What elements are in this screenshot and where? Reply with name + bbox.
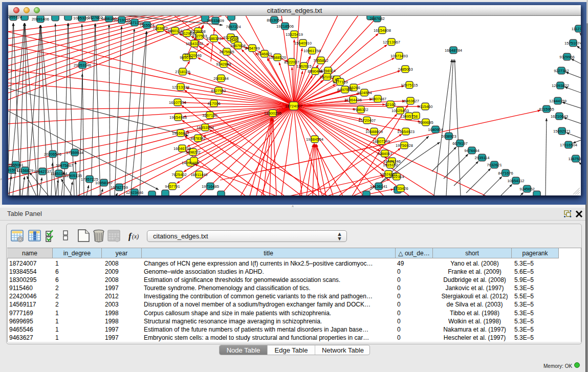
svg-text:19463627: 19463627 [402,99,419,103]
svg-text:6679197: 6679197 [452,141,468,146]
svg-text:(x): (x) [132,233,139,240]
svg-text:15640910: 15640910 [294,41,312,46]
svg-text:13495758: 13495758 [400,114,418,119]
svg-text:10958107: 10958107 [95,181,113,185]
svg-text:16911449: 16911449 [190,172,207,177]
svg-text:8226058: 8226058 [190,29,206,34]
svg-text:9474444: 9474444 [464,148,480,153]
svg-text:2603144: 2603144 [213,76,229,81]
svg-text:10973493: 10973493 [390,54,408,58]
svg-text:15692971: 15692971 [553,129,571,134]
svg-text:7663822: 7663822 [153,26,168,31]
svg-text:14099489: 14099489 [182,161,199,165]
svg-text:17016504: 17016504 [560,143,577,147]
svg-text:20691406: 20691406 [32,17,49,21]
svg-text:9699695: 9699695 [418,120,433,125]
svg-text:9115460: 9115460 [418,104,433,109]
svg-text:14055724: 14055724 [8,16,22,19]
svg-text:19218506: 19218506 [276,24,294,29]
svg-text:9777169: 9777169 [333,80,348,84]
svg-text:16107554: 16107554 [169,100,186,105]
svg-text:3875685: 3875685 [219,50,234,54]
svg-text:12942737: 12942737 [34,169,51,174]
svg-text:9457791: 9457791 [165,184,180,189]
svg-text:16033809: 16033809 [207,18,224,23]
svg-text:10654112: 10654112 [507,179,524,183]
svg-text:3624554: 3624554 [357,91,372,95]
svg-text:1362615: 1362615 [296,64,312,69]
svg-text:2718126: 2718126 [175,70,190,74]
svg-text:21364436: 21364436 [344,98,362,102]
svg-text:7485063: 7485063 [398,67,413,72]
svg-text:1621072: 1621072 [319,75,335,79]
svg-text:1615132: 1615132 [383,163,398,167]
svg-text:12444159: 12444159 [549,99,567,103]
svg-text:8813054: 8813054 [267,18,282,23]
svg-text:8427552: 8427552 [211,89,226,93]
svg-text:2867608: 2867608 [230,43,246,48]
svg-text:7625402: 7625402 [171,172,187,177]
svg-text:3267130: 3267130 [202,113,217,118]
svg-text:10025433: 10025433 [391,108,409,113]
svg-text:16648784: 16648784 [445,48,462,53]
svg-text:2522314: 2522314 [389,174,404,179]
svg-text:9084067: 9084067 [377,151,393,156]
svg-text:19166827: 19166827 [172,131,189,136]
svg-text:16154808: 16154808 [374,28,391,33]
svg-text:10807487: 10807487 [369,97,386,101]
svg-text:19716485: 19716485 [202,184,219,189]
svg-text:8215955: 8215955 [539,107,554,112]
svg-text:20206576: 20206576 [44,152,61,157]
svg-text:18724007: 18724007 [285,104,302,108]
svg-text:7986322: 7986322 [353,107,368,112]
svg-text:1733426: 1733426 [393,186,408,191]
svg-text:12213339: 12213339 [172,85,189,90]
svg-text:9329966: 9329966 [559,55,575,59]
svg-text:2655061: 2655061 [8,163,24,167]
svg-text:10688609: 10688609 [365,129,383,134]
svg-text:12905135: 12905135 [64,173,82,178]
svg-text:417006: 417006 [207,101,220,106]
svg-text:3498222: 3498222 [185,150,201,155]
svg-text:1640954: 1640954 [428,127,443,132]
svg-text:6794024: 6794024 [320,69,336,73]
svg-text:9245652: 9245652 [519,187,535,191]
svg-text:10961758: 10961758 [303,49,321,53]
svg-text:9327503: 9327503 [192,34,207,38]
svg-text:14136141: 14136141 [370,184,387,189]
svg-text:5938923: 5938923 [441,134,456,139]
svg-text:16210643: 16210643 [551,114,568,119]
svg-text:9242848: 9242848 [216,62,231,67]
svg-text:18300295: 18300295 [264,111,281,116]
svg-text:29053346: 29053346 [74,63,91,68]
svg-text:12923446: 12923446 [126,190,143,195]
svg-text:9227342: 9227342 [554,69,569,73]
svg-text:13325419: 13325419 [286,32,303,37]
svg-text:8454749: 8454749 [245,46,260,51]
svg-text:15720407: 15720407 [358,118,376,123]
svg-text:10975867: 10975867 [56,163,73,168]
svg-text:746266: 746266 [347,85,360,90]
svg-text:1112733: 1112733 [572,27,581,31]
svg-text:19654923: 19654923 [397,129,415,134]
svg-text:17359934: 17359934 [66,150,83,155]
svg-text:19384554: 19384554 [306,137,323,142]
svg-text:62160: 62160 [385,102,396,107]
svg-text:16782759: 16782759 [111,185,128,190]
svg-text:12093822: 12093822 [552,83,569,88]
svg-text:989013: 989013 [180,55,192,60]
svg-text:16543382: 16543382 [186,41,203,46]
svg-text:15588520: 15588520 [269,55,286,60]
svg-text:18353594: 18353594 [197,125,214,130]
svg-text:19756928: 19756928 [396,143,413,148]
svg-text:546: 546 [231,38,238,42]
svg-text:7955812: 7955812 [313,58,329,63]
svg-text:12975115: 12975115 [401,83,418,87]
svg-text:7632621: 7632621 [487,163,502,167]
svg-text:2935114: 2935114 [475,156,490,160]
svg-text:2687682: 2687682 [369,16,385,21]
svg-text:1167533: 1167533 [569,157,581,161]
svg-text:11156829: 11156829 [17,168,34,173]
svg-text:19654983: 19654983 [169,115,187,120]
svg-text:1327602: 1327602 [88,16,103,20]
